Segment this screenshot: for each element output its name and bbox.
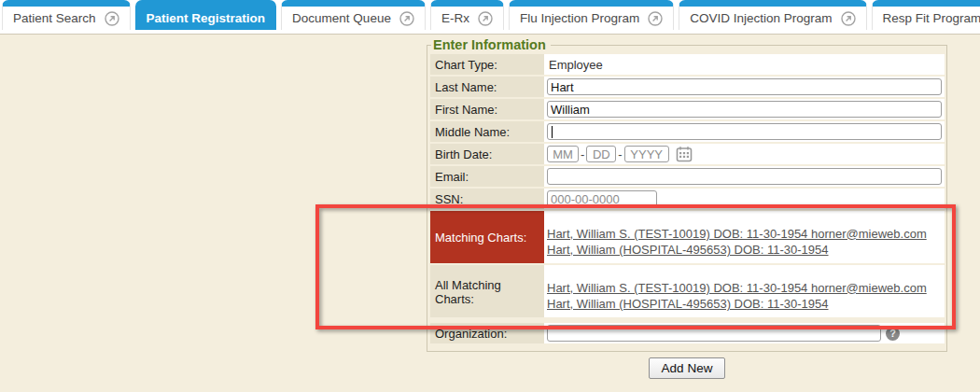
all-matching-charts-label: All Matching Charts: (430, 265, 544, 317)
middle-name-row: Middle Name: (430, 121, 945, 142)
chart-type-label: Chart Type: (430, 54, 544, 75)
first-name-row: First Name: (430, 99, 945, 119)
matching-chart-link[interactable]: Hart, William S. (TEST-10019) DOB: 11-30… (547, 280, 927, 296)
add-new-button[interactable]: Add New (649, 357, 726, 379)
organization-input[interactable] (547, 325, 881, 342)
chart-type-value: Employee (547, 58, 603, 72)
chart-type-row: Chart Type: Employee (430, 54, 945, 75)
page-content: Enter Information Chart Type: Employee L… (0, 34, 980, 392)
open-new-window-icon[interactable] (399, 11, 414, 26)
ssn-row: SSN: (430, 189, 945, 209)
organization-row: Organization: ? (430, 323, 945, 343)
tab-document-queue[interactable]: Document Queue (281, 0, 426, 30)
text-caret (552, 126, 553, 138)
all-matching-charts-row: All Matching Charts: Hart, William S. (T… (430, 265, 945, 317)
tab-label: Resp Fit Program (883, 11, 980, 25)
birth-date-label: Birth Date: (430, 144, 544, 164)
matching-chart-link[interactable]: Hart, William S. (TEST-10019) DOB: 11-30… (547, 226, 927, 242)
tab-label: Patient Search (13, 11, 96, 25)
tab-bar: Patient Search Patient Registration Docu… (0, 0, 980, 34)
tab-covid-injection-program[interactable]: COVID Injection Program (679, 0, 866, 30)
form-legend: Enter Information (431, 37, 551, 52)
help-icon[interactable]: ? (886, 327, 900, 341)
tab-label: Flu Injection Program (520, 11, 639, 25)
middle-name-input[interactable] (547, 123, 942, 140)
enter-information-form: Enter Information Chart Type: Employee L… (427, 37, 947, 352)
tab-label: Patient Registration (147, 11, 266, 25)
tab-flu-injection-program[interactable]: Flu Injection Program (509, 0, 674, 30)
open-new-window-icon[interactable] (105, 11, 119, 26)
open-new-window-icon[interactable] (478, 11, 493, 26)
tab-list: Patient Search Patient Registration Docu… (0, 0, 980, 30)
last-name-input[interactable] (547, 78, 942, 95)
tab-patient-search[interactable]: Patient Search (2, 0, 131, 30)
birth-date-row: Birth Date: - - (430, 144, 945, 164)
open-new-window-icon[interactable] (648, 11, 663, 26)
middle-name-label: Middle Name: (430, 121, 544, 142)
ssn-label: SSN: (430, 189, 544, 209)
date-separator: - (581, 147, 584, 161)
last-name-row: Last Name: (430, 77, 945, 97)
open-new-window-icon[interactable] (841, 11, 856, 26)
birth-day-input[interactable] (586, 146, 616, 162)
matching-charts-label: Matching Charts: (430, 211, 544, 263)
form-actions: Add New (427, 357, 947, 379)
email-input[interactable] (547, 168, 942, 185)
organization-label: Organization: (430, 323, 544, 343)
birth-year-input[interactable] (624, 146, 669, 162)
first-name-input[interactable] (547, 101, 942, 118)
tab-patient-registration[interactable]: Patient Registration (135, 0, 277, 30)
tab-label: COVID Injection Program (690, 11, 832, 25)
calendar-icon[interactable] (676, 146, 693, 162)
tab-label: E-Rx (441, 11, 469, 25)
last-name-label: Last Name: (430, 77, 544, 97)
matching-charts-row: Matching Charts: Hart, William S. (TEST-… (430, 211, 945, 263)
first-name-label: First Name: (430, 99, 544, 119)
date-separator: - (618, 147, 622, 161)
tab-resp-fit-program[interactable]: Resp Fit Program (872, 0, 980, 30)
matching-chart-link[interactable]: Hart, William (HOSPITAL-495653) DOB: 11-… (547, 296, 927, 312)
matching-chart-link[interactable]: Hart, William (HOSPITAL-495653) DOB: 11-… (547, 242, 927, 258)
tab-label: Document Queue (292, 11, 391, 25)
tab-e-rx[interactable]: E-Rx (430, 0, 504, 30)
birth-month-input[interactable] (547, 146, 579, 162)
ssn-input[interactable] (547, 190, 657, 207)
email-label: Email: (430, 166, 544, 187)
email-row: Email: (430, 166, 945, 187)
